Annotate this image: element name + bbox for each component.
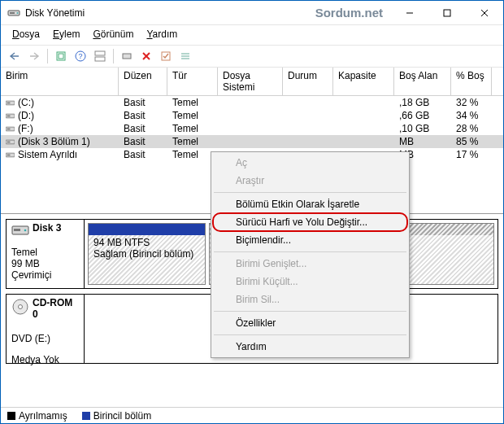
maximize-button[interactable] <box>428 1 466 25</box>
minimize-button[interactable] <box>391 1 428 25</box>
cdrom-title: CD-ROM 0 <box>33 297 79 320</box>
disk-3-header[interactable]: Disk 3 Temel 99 MB Çevrimiçi <box>7 220 85 288</box>
disk-management-window: Disk Yönetimi Sordum.net Ddocument.curre… <box>0 0 504 424</box>
table-row[interactable]: (D:)BasitTemel,66 GB34 % <box>1 109 503 122</box>
legend-primary: Birincil bölüm <box>82 410 151 422</box>
cell-type: Temel <box>167 110 218 121</box>
cell-volume: (F:) <box>1 123 119 134</box>
separator <box>47 49 48 63</box>
disk-3-size: 99 MB <box>11 258 79 269</box>
forward-button[interactable] <box>25 48 43 64</box>
legend-unallocated: Ayrılmamış <box>7 410 67 422</box>
svg-rect-8 <box>59 54 63 59</box>
cell-pct: 28 % <box>451 123 492 134</box>
cell-free: MB <box>394 136 451 147</box>
menu-action[interactable]: Eylem <box>48 27 85 43</box>
menu-file[interactable]: Ddocument.currentScript.previousElementS… <box>7 27 45 43</box>
menu-view[interactable]: Görünüm <box>88 27 138 43</box>
disk-3-title: Disk 3 <box>33 222 79 234</box>
app-icon <box>7 7 20 20</box>
cm-change-drive-letter[interactable]: Sürücü Harfi ve Yolu Değiştir... <box>213 213 407 231</box>
list-button[interactable] <box>176 48 194 64</box>
cell-free: ,66 GB <box>394 110 451 121</box>
svg-rect-1 <box>10 12 15 14</box>
cm-open[interactable]: Aç <box>213 154 407 172</box>
menu-view-label: örünüm <box>101 28 134 40</box>
col-volume[interactable]: Birim <box>1 68 119 95</box>
cell-pct: 17 % <box>451 149 492 160</box>
cdrom-nomedia: Medya Yok <box>11 344 79 365</box>
cm-sep <box>214 192 406 193</box>
svg-rect-21 <box>7 102 11 103</box>
col-free[interactable]: Boş Alan <box>394 68 451 95</box>
cell-pct: 85 % <box>451 136 492 147</box>
titlebar: Disk Yönetimi Sordum.net <box>1 1 503 25</box>
hdd-icon <box>11 223 29 240</box>
cell-layout: Basit <box>119 110 167 121</box>
separator <box>113 49 114 63</box>
cm-explore[interactable]: Araştır <box>213 172 407 190</box>
svg-rect-23 <box>7 115 11 116</box>
menu-file-label: osya <box>20 28 40 40</box>
cdrom-icon <box>11 298 29 318</box>
svg-text:?: ? <box>78 52 82 60</box>
back-button[interactable] <box>6 48 24 64</box>
content-area: Birim Düzen Tür Dosya Sistemi Durum Kapa… <box>1 68 503 364</box>
cell-type: Temel <box>167 123 218 134</box>
settings-button[interactable] <box>118 48 136 64</box>
cell-free: ,10 GB <box>394 123 451 134</box>
cell-layout: Basit <box>119 97 167 108</box>
cm-help[interactable]: Yardım <box>213 338 407 356</box>
cdrom-sub: DVD (E:) <box>11 333 79 344</box>
partition-status: Sağlam (Birincil bölüm) <box>93 248 200 260</box>
cell-layout: Basit <box>119 123 167 134</box>
cm-mark-active[interactable]: Bölümü Etkin Olarak İşaretle <box>213 195 407 213</box>
cm-format[interactable]: Biçimlendir... <box>213 231 407 249</box>
cell-free: ,18 GB <box>394 97 451 108</box>
cell-volume: Sistem Ayrıldı <box>1 149 119 160</box>
cm-extend[interactable]: Birimi Genişlet... <box>213 255 407 273</box>
cm-shrink[interactable]: Birimi Küçült... <box>213 273 407 291</box>
menu-help[interactable]: Yardım <box>141 27 182 43</box>
cell-volume: (Disk 3 Bölüm 1) <box>1 136 119 147</box>
window-title: Disk Yönetimi <box>25 7 315 19</box>
check-button[interactable] <box>157 48 175 64</box>
svg-rect-31 <box>14 229 20 231</box>
partition-size: 94 MB NTFS <box>93 237 200 248</box>
layout-button[interactable] <box>91 48 109 64</box>
disk-3-status: Çevrimiçi <box>11 269 79 281</box>
table-row[interactable]: (F:)BasitTemel,10 GB28 % <box>1 122 503 135</box>
col-layout[interactable]: Düzen <box>119 68 167 95</box>
refresh-button[interactable] <box>52 48 70 64</box>
cell-volume: (C:) <box>1 97 119 108</box>
close-button[interactable] <box>466 1 503 25</box>
table-row[interactable]: (Disk 3 Bölüm 1)BasitTemel MB85 % <box>1 135 503 148</box>
col-capacity[interactable]: Kapasite <box>333 68 394 95</box>
col-pct[interactable]: % Boş <box>451 68 492 95</box>
cell-layout: Basit <box>119 136 167 147</box>
context-menu: Aç Araştır Bölümü Etkin Olarak İşaretle … <box>211 151 410 358</box>
svg-rect-12 <box>95 57 105 61</box>
cm-delete[interactable]: Birim Sil... <box>213 291 407 308</box>
col-type[interactable]: Tür <box>167 68 218 95</box>
col-status[interactable]: Durum <box>283 68 333 95</box>
svg-point-32 <box>24 229 27 232</box>
cdrom-header[interactable]: CD-ROM 0 DVD (E:) Medya Yok <box>7 295 85 363</box>
svg-rect-25 <box>7 128 11 129</box>
table-row[interactable]: (C:)BasitTemel,18 GB32 % <box>1 96 503 109</box>
column-headers: Birim Düzen Tür Dosya Sistemi Durum Kapa… <box>1 68 503 96</box>
cm-sep <box>214 311 406 312</box>
legend: Ayrılmamış Birincil bölüm <box>1 407 503 423</box>
disk-3-partition-1[interactable]: 94 MB NTFS Sağlam (Birincil bölüm) <box>88 223 206 285</box>
svg-rect-27 <box>7 141 11 142</box>
cm-properties[interactable]: Özellikler <box>213 314 407 332</box>
cell-pct: 34 % <box>451 110 492 121</box>
help-button[interactable]: ? <box>72 48 89 64</box>
svg-rect-4 <box>444 10 450 16</box>
cell-pct: 32 % <box>451 97 492 108</box>
delete-button[interactable] <box>137 48 155 64</box>
menubar: Ddocument.currentScript.previousElementS… <box>1 25 503 45</box>
disk-3-type: Temel <box>11 247 79 258</box>
col-filesystem[interactable]: Dosya Sistemi <box>218 68 283 95</box>
toolbar: ? <box>1 45 503 68</box>
